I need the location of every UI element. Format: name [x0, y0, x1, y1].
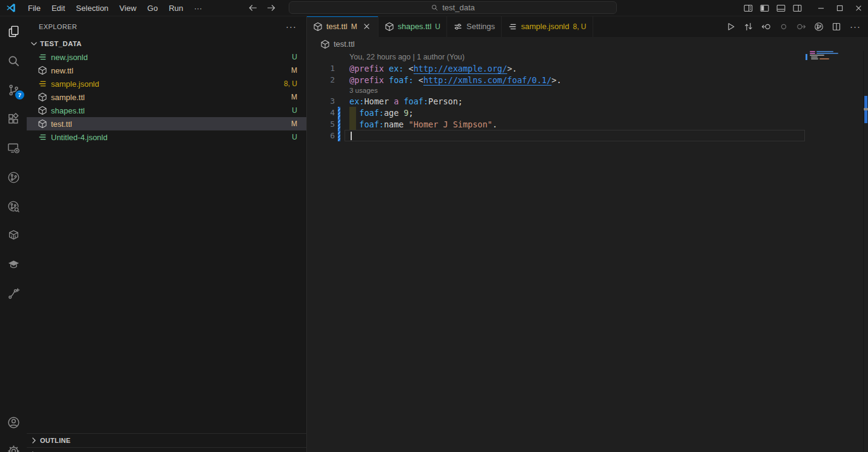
token: @prefix	[349, 64, 384, 73]
activity-item-accounts[interactable]	[0, 415, 27, 430]
activity-item-gitlens-inspect[interactable]	[0, 199, 27, 214]
next-change-icon[interactable]	[795, 20, 808, 33]
activity-item-pipelines[interactable]	[0, 286, 27, 301]
panel-label: OUTLINE	[40, 437, 70, 444]
line-content[interactable]: @prefix ex: <http://example.org/>.	[349, 64, 517, 73]
breadcrumb-file: test.ttl	[334, 39, 355, 49]
activity-item-search[interactable]	[0, 53, 27, 68]
navigate-forward-icon[interactable]	[266, 2, 277, 13]
code-line-6[interactable]: 6	[307, 130, 868, 141]
activity-item-settings[interactable]	[0, 444, 27, 452]
explorer-more-actions-icon[interactable]: ···	[286, 21, 297, 32]
token: ex:	[349, 96, 364, 106]
menu-run[interactable]: Run	[163, 0, 189, 16]
line-number[interactable]: 3	[307, 96, 335, 106]
token: ;	[409, 108, 414, 118]
close-tab-icon[interactable]	[362, 22, 372, 32]
gutter-modified-indicator	[338, 107, 340, 118]
file-item-sample.ttl[interactable]: sample.ttlM	[27, 90, 306, 104]
code-editor[interactable]: You, 22 hours ago | 1 author (You)1@pref…	[307, 51, 868, 141]
accounts-icon	[7, 416, 21, 430]
tab-dirty-badge: 8, U	[573, 22, 587, 31]
code-line-3[interactable]: 3ex:Homer a foaf:Person;	[307, 95, 868, 107]
line-number[interactable]: 4	[307, 108, 335, 117]
folder-section-header[interactable]: TEST_DATA	[27, 37, 306, 50]
file-item-new.ttl[interactable]: new.ttlM	[27, 64, 306, 77]
git-status-badge: 8, U	[284, 79, 297, 88]
workbench: 7 EXPLORER ··· TEST_DATA new.jsonldUnew.…	[0, 16, 868, 452]
close-button[interactable]	[849, 0, 868, 16]
activity-item-remote-explorer[interactable]	[0, 141, 27, 155]
toggle-primary-sidebar-icon[interactable]	[756, 0, 773, 16]
token: <	[403, 64, 413, 73]
split-editor-icon[interactable]	[830, 20, 843, 33]
file-item-test.ttl[interactable]: test.ttlM	[27, 117, 306, 130]
navigate-back-icon[interactable]	[247, 2, 258, 13]
tab-test-ttl[interactable]: test.ttlM	[307, 16, 378, 37]
file-item-shapes.ttl[interactable]: shapes.ttlU	[27, 104, 306, 117]
change-indicator-icon[interactable]	[777, 20, 790, 33]
tab-settings[interactable]: Settings	[447, 16, 502, 37]
menu-edit[interactable]: Edit	[46, 0, 70, 16]
panel-header-outline[interactable]: OUTLINE	[27, 433, 306, 447]
menu-file[interactable]: File	[22, 0, 46, 16]
command-center-search[interactable]: test_data	[289, 1, 617, 14]
activity-item-education[interactable]	[0, 257, 27, 272]
activity-item-containers[interactable]	[0, 228, 27, 243]
editor-actions: ···	[724, 16, 868, 37]
token: foaf:	[389, 75, 414, 85]
tab-shapes-ttl[interactable]: shapes.ttlU	[378, 16, 447, 37]
run-icon[interactable]	[724, 20, 738, 33]
code-lens[interactable]: 3 usages	[307, 86, 868, 95]
breadcrumb[interactable]: test.ttl	[307, 37, 868, 51]
activity-item-explorer[interactable]	[0, 24, 27, 39]
blame-annotation[interactable]: You, 22 hours ago | 1 author (You)	[307, 51, 868, 62]
activity-item-git-graph[interactable]	[0, 170, 27, 184]
code-line-2[interactable]: 2@prefix foaf: <http://xmlns.com/foaf/0.…	[307, 74, 868, 86]
token: age	[384, 108, 399, 118]
line-content[interactable]: foaf:age 9;	[349, 108, 414, 118]
token: Homer	[364, 96, 389, 106]
file-tree: new.jsonldUnew.ttlMsample.jsonld8, Usamp…	[27, 50, 306, 144]
file-name: Untitled-4.jsonld	[51, 133, 292, 142]
panel-header-timeline[interactable]: TIMELINE	[27, 447, 306, 452]
toggle-panel-icon[interactable]	[773, 0, 789, 16]
activity-item-source-control[interactable]: 7	[0, 83, 27, 97]
line-content[interactable]: ex:Homer a foaf:Person;	[349, 96, 463, 106]
line-number[interactable]: 6	[307, 131, 335, 140]
menu-more[interactable]: ···	[189, 0, 207, 16]
maximize-button[interactable]	[830, 0, 849, 16]
minimize-button[interactable]	[812, 0, 830, 16]
ttl-file-icon	[385, 22, 394, 32]
minimap-modified-marker	[806, 54, 807, 60]
gitlens-graph-icon[interactable]	[812, 20, 826, 33]
toggle-secondary-sidebar-icon[interactable]	[789, 0, 806, 16]
line-content[interactable]: foaf:name "Homer J Simpson".	[349, 120, 497, 129]
menu-view[interactable]: View	[114, 0, 142, 16]
line-content[interactable]: @prefix foaf: <http://xmlns.com/foaf/0.1…	[349, 75, 562, 85]
line-number[interactable]: 1	[307, 64, 335, 73]
file-name: new.ttl	[51, 66, 291, 75]
line-number[interactable]: 2	[307, 75, 335, 84]
code-line-4[interactable]: 4 foaf:age 9;	[307, 107, 868, 118]
line-number[interactable]: 5	[307, 120, 335, 129]
sidebar-panels: OUTLINETIMELINE	[27, 433, 306, 452]
chevron-right-icon	[29, 450, 39, 452]
menu-go[interactable]: Go	[142, 0, 163, 16]
activity-item-extensions[interactable]	[0, 112, 27, 126]
more-actions-icon[interactable]: ···	[847, 21, 863, 32]
file-item-new.jsonld[interactable]: new.jsonldU	[27, 50, 306, 64]
customize-layout-icon[interactable]	[740, 0, 756, 16]
file-item-Untitled-4.jsonld[interactable]: Untitled-4.jsonldU	[27, 130, 306, 144]
previous-change-icon[interactable]	[759, 20, 773, 33]
overview-ruler[interactable]	[863, 51, 868, 452]
ttl-file-icon	[38, 92, 47, 102]
tab-sample-jsonld[interactable]: sample.jsonld8, U	[502, 16, 593, 37]
tab-label: shapes.ttl	[398, 22, 432, 31]
menu-selection[interactable]: Selection	[70, 0, 113, 16]
file-item-sample.jsonld[interactable]: sample.jsonld8, U	[27, 77, 306, 90]
code-line-1[interactable]: 1@prefix ex: <http://example.org/>.	[307, 62, 868, 74]
ttl-file-icon	[38, 119, 47, 129]
code-line-5[interactable]: 5 foaf:name "Homer J Simpson".	[307, 118, 868, 130]
compare-changes-icon[interactable]	[742, 20, 755, 33]
